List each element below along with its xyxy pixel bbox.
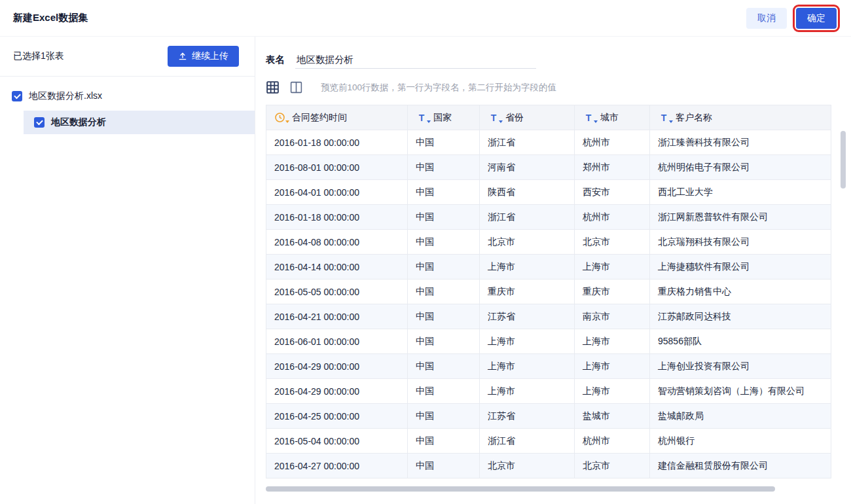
table-cell: 河南省	[480, 155, 575, 180]
header-actions: 取消 确定	[746, 8, 837, 29]
table-cell: 上海市	[575, 255, 650, 279]
table-cell: 西安市	[575, 180, 650, 205]
table-cell: 盐城邮政局	[650, 404, 831, 429]
table-cell: 重庆市	[575, 279, 650, 304]
sheet-item-label: 地区数据分析	[51, 117, 106, 128]
table-cell: 杭州市	[575, 130, 650, 155]
table-cell: 上海市	[575, 329, 650, 354]
text-type-icon: T	[583, 112, 594, 124]
table-cell: 北京瑞翔科技有限公司	[650, 230, 831, 255]
table-cell: 中国	[408, 404, 480, 429]
column-header-city[interactable]: T 城市	[575, 105, 650, 130]
vertical-scrollbar-thumb[interactable]	[841, 131, 846, 189]
horizontal-scrollbar[interactable]	[266, 486, 831, 492]
table-cell: 中国	[408, 180, 480, 205]
table-cell: 中国	[408, 230, 480, 255]
table-cell: 重庆格力销售中心	[650, 279, 831, 304]
table-cell: 陕西省	[480, 180, 575, 205]
file-checkbox[interactable]	[12, 91, 22, 101]
file-tree: 地区数据分析.xlsx 地区数据分析	[0, 77, 255, 134]
table-cell: 上海市	[480, 329, 575, 354]
dialog-body: 已选择1张表 继续上传 地区数据分析.xlsx 地区	[0, 37, 851, 504]
table-cell: 杭州明佑电子有限公司	[650, 155, 831, 180]
table-cell: 中国	[408, 454, 480, 478]
table-cell: 浙江省	[480, 429, 575, 454]
table-cell: 上海市	[480, 354, 575, 379]
sheet-item-selected[interactable]: 地区数据分析	[24, 111, 255, 134]
table-row: 2016-04-27 00:00:00中国北京市北京市建信金融租赁股份有限公司	[266, 454, 831, 478]
table-row: 2016-04-29 00:00:00中国上海市上海市上海创业投资有限公司	[266, 354, 831, 379]
card-view-icon[interactable]	[289, 81, 304, 95]
table-cell: 2016-06-01 00:00:00	[266, 329, 408, 354]
table-cell: 中国	[408, 155, 480, 180]
file-item-label: 地区数据分析.xlsx	[29, 90, 102, 102]
table-cell: 郑州市	[575, 155, 650, 180]
table-cell: 2016-04-01 00:00:00	[266, 180, 408, 205]
table-row: 2016-04-29 00:00:00中国上海市上海市智动营销策划咨询（上海）有…	[266, 379, 831, 404]
table-cell: 中国	[408, 279, 480, 304]
table-cell: 中国	[408, 304, 480, 329]
continue-upload-button[interactable]: 继续上传	[168, 46, 239, 67]
column-header-label: 国家	[433, 112, 452, 124]
table-cell: 上海市	[480, 379, 575, 404]
table-cell: 2016-01-18 00:00:00	[266, 130, 408, 155]
table-cell: 中国	[408, 379, 480, 404]
table-cell: 上海市	[480, 255, 575, 279]
text-type-icon: T	[658, 112, 670, 124]
confirm-button[interactable]: 确定	[796, 8, 837, 29]
table-row: 2016-04-21 00:00:00中国江苏省南京市江苏邮政同达科技	[266, 304, 831, 329]
table-cell: 2016-04-27 00:00:00	[266, 454, 408, 478]
table-row: 2016-05-05 00:00:00中国重庆市重庆市重庆格力销售中心	[266, 279, 831, 304]
main-panel: 表名 预览前100行数据，第一行为字段名，第二行开始为字段的值	[255, 37, 851, 504]
table-cell: 中国	[408, 329, 480, 354]
vertical-scrollbar[interactable]	[841, 131, 846, 497]
chevron-down-icon	[594, 120, 598, 123]
upload-button-label: 继续上传	[192, 50, 228, 62]
table-cell: 北京市	[480, 230, 575, 255]
column-header-country[interactable]: T 国家	[408, 105, 480, 130]
sidebar: 已选择1张表 继续上传 地区数据分析.xlsx 地区	[0, 37, 255, 504]
date-type-icon	[274, 112, 286, 124]
table-body: 2016-01-18 00:00:00中国浙江省杭州市浙江臻善科技有限公司201…	[266, 130, 831, 478]
table-row: 2016-04-01 00:00:00中国陕西省西安市西北工业大学	[266, 180, 831, 205]
table-cell: 中国	[408, 255, 480, 279]
horizontal-scrollbar-thumb[interactable]	[266, 486, 775, 492]
preview-toolbar: 预览前100行数据，第一行为字段名，第二行开始为字段的值	[266, 81, 831, 95]
table-cell: 北京市	[480, 454, 575, 478]
file-item[interactable]: 地区数据分析.xlsx	[0, 84, 255, 108]
column-header-customer[interactable]: T 客户名称	[650, 105, 831, 130]
table-cell: 江苏邮政同达科技	[650, 304, 831, 329]
table-cell: 中国	[408, 130, 480, 155]
sheet-checkbox[interactable]	[34, 117, 45, 128]
table-row: 2016-01-18 00:00:00中国浙江省杭州市浙江臻善科技有限公司	[266, 130, 831, 155]
table-name-row: 表名	[266, 51, 831, 69]
column-header-contract-date[interactable]: 合同签约时间	[266, 105, 408, 130]
table-row: 2016-05-04 00:00:00中国浙江省杭州市杭州银行	[266, 429, 831, 454]
table-cell: 江苏省	[480, 304, 575, 329]
table-row: 2016-01-18 00:00:00中国浙江省杭州市浙江网新恩普软件有限公司	[266, 205, 831, 230]
selected-count-text: 已选择1张表	[13, 50, 64, 62]
table-cell: 2016-04-08 00:00:00	[266, 230, 408, 255]
column-header-province[interactable]: T 省份	[480, 105, 575, 130]
table-cell: 江苏省	[480, 404, 575, 429]
table-cell: 2016-05-04 00:00:00	[266, 429, 408, 454]
page-title: 新建Excel数据集	[13, 12, 88, 24]
table-cell: 2016-08-01 00:00:00	[266, 155, 408, 180]
column-header-label: 省份	[505, 112, 524, 124]
table-cell: 杭州银行	[650, 429, 831, 454]
table-cell: 上海捷穗软件有限公司	[650, 255, 831, 279]
preview-table: 合同签约时间 T 国家 T	[266, 105, 831, 478]
cancel-button[interactable]: 取消	[746, 8, 787, 29]
dialog-header: 新建Excel数据集 取消 确定	[0, 0, 851, 37]
table-cell: 浙江省	[480, 130, 575, 155]
table-cell: 盐城市	[575, 404, 650, 429]
sidebar-top-bar: 已选择1张表 继续上传	[0, 37, 255, 77]
preview-hint: 预览前100行数据，第一行为字段名，第二行开始为字段的值	[321, 82, 556, 94]
grid-view-icon[interactable]	[266, 81, 280, 95]
preview-table-wrap: 合同签约时间 T 国家 T	[266, 105, 831, 478]
table-name-label: 表名	[266, 54, 285, 66]
table-cell: 中国	[408, 429, 480, 454]
table-name-input[interactable]	[295, 51, 536, 69]
table-row: 2016-06-01 00:00:00中国上海市上海市95856部队	[266, 329, 831, 354]
text-type-icon: T	[488, 112, 499, 124]
